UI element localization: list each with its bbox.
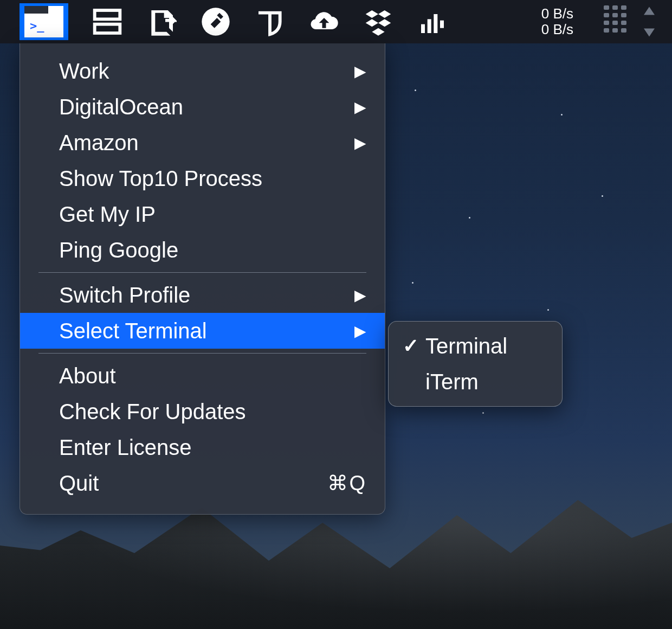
- submenu-arrow-icon: ▶: [354, 286, 366, 304]
- cloud-upload-icon[interactable]: [309, 7, 339, 37]
- submenu-item-label: Terminal: [425, 334, 507, 358]
- network-activity-icon[interactable]: [604, 5, 665, 38]
- menu-item-about[interactable]: About: [20, 358, 385, 394]
- star: [602, 195, 603, 197]
- dropbox-icon[interactable]: [363, 7, 393, 37]
- submenu-arrow-icon: ▶: [354, 322, 366, 340]
- terminal-app-icon: >_: [24, 6, 63, 37]
- star: [415, 89, 416, 91]
- menu-item-check-for-updates[interactable]: Check For Updates: [20, 394, 385, 429]
- submenu-item-terminal[interactable]: ✓ Terminal: [389, 328, 562, 364]
- shield-outline-icon[interactable]: [255, 7, 285, 37]
- submenu-item-iterm[interactable]: iTerm: [389, 364, 562, 400]
- svg-rect-3: [421, 24, 425, 33]
- menu-item-label: DigitalOcean: [59, 95, 354, 119]
- menubar: >_: [0, 0, 672, 43]
- svg-rect-0: [95, 10, 120, 19]
- menu-item-label: Switch Profile: [59, 283, 354, 307]
- menu-item-ping-google[interactable]: Ping Google: [20, 232, 385, 268]
- svg-rect-6: [440, 21, 444, 28]
- terminal-prompt-glyph: >_: [30, 19, 44, 33]
- star: [547, 309, 549, 311]
- star: [412, 282, 413, 284]
- menu-item-amazon[interactable]: Amazon ▶: [20, 125, 385, 161]
- menu-item-label: Get My IP: [59, 202, 366, 227]
- menu-item-label: Amazon: [59, 131, 354, 155]
- menu-separator: [38, 353, 366, 354]
- menu-item-label: Enter License: [59, 435, 366, 460]
- menu-item-quit[interactable]: Quit ⌘Q: [20, 465, 385, 501]
- star: [482, 412, 484, 414]
- menu-item-label: Work: [59, 59, 354, 84]
- submenu-arrow-icon: ▶: [354, 134, 366, 152]
- svg-rect-5: [434, 14, 437, 33]
- menu-item-switch-profile[interactable]: Switch Profile ▶: [20, 277, 385, 313]
- menu-item-show-top10-process[interactable]: Show Top10 Process: [20, 161, 385, 196]
- app-dropdown-menu: Work ▶ DigitalOcean ▶ Amazon ▶ Show Top1…: [20, 43, 385, 515]
- net-upload-speed: 0 B/s: [541, 6, 573, 22]
- svg-rect-4: [428, 19, 431, 33]
- menubar-app-terminal-launcher[interactable]: >_: [20, 3, 68, 40]
- menu-item-work[interactable]: Work ▶: [20, 53, 385, 89]
- window-layout-icon[interactable]: [92, 7, 122, 37]
- select-terminal-submenu: ✓ Terminal iTerm: [388, 321, 563, 407]
- menu-item-select-terminal[interactable]: Select Terminal ▶: [20, 313, 385, 349]
- star: [469, 217, 470, 219]
- submenu-arrow-icon: ▶: [354, 98, 366, 116]
- menu-item-label: Select Terminal: [59, 319, 354, 343]
- updown-arrows-icon: [633, 5, 665, 38]
- menu-item-shortcut: ⌘Q: [327, 471, 366, 495]
- net-download-speed: 0 B/s: [541, 22, 573, 37]
- hammer-circle-icon[interactable]: [201, 7, 231, 37]
- menu-item-label: Check For Updates: [59, 400, 366, 424]
- menu-item-digitalocean[interactable]: DigitalOcean ▶: [20, 89, 385, 125]
- menu-item-enter-license[interactable]: Enter License: [20, 429, 385, 465]
- network-speed-readout[interactable]: 0 B/s 0 B/s: [541, 6, 573, 37]
- submenu-arrow-icon: ▶: [354, 62, 366, 80]
- menu-item-label: Ping Google: [59, 238, 366, 262]
- checkmark-icon: ✓: [403, 335, 425, 357]
- menu-item-label: Quit: [59, 471, 327, 496]
- menu-item-label: About: [59, 364, 366, 388]
- export-arrow-icon[interactable]: [146, 7, 177, 37]
- star: [561, 114, 563, 115]
- signal-bars-icon[interactable]: [417, 7, 448, 37]
- menu-item-label: Show Top10 Process: [59, 166, 366, 191]
- menu-item-get-my-ip[interactable]: Get My IP: [20, 196, 385, 232]
- submenu-item-label: iTerm: [425, 370, 479, 394]
- svg-rect-1: [95, 24, 120, 33]
- menu-separator: [38, 272, 366, 273]
